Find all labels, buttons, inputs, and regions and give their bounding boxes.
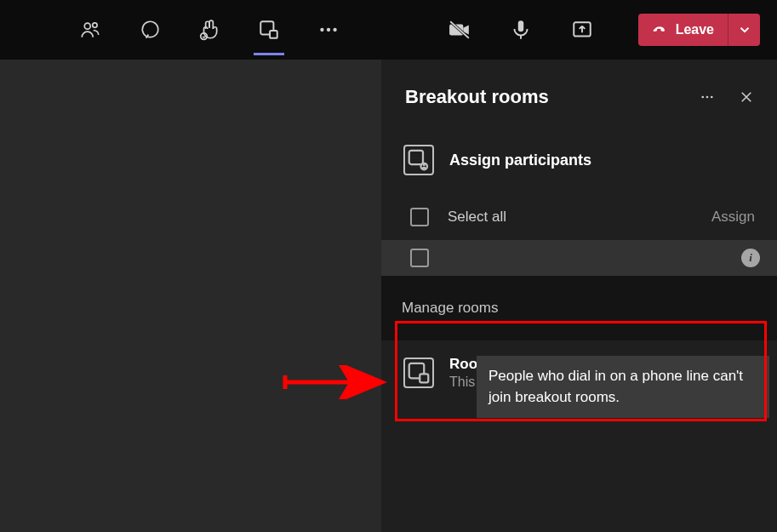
assign-participants-icon	[403, 145, 434, 175]
svg-rect-4	[270, 31, 277, 38]
breakout-panel: Breakout rooms	[381, 60, 777, 532]
select-all-checkbox[interactable]	[410, 208, 429, 226]
toolbar-left	[77, 9, 342, 50]
panel-header: Breakout rooms	[381, 60, 777, 145]
svg-point-13	[701, 96, 704, 99]
participant-row-disabled: i	[381, 240, 777, 276]
svg-point-6	[327, 28, 330, 31]
camera-off-icon[interactable]	[446, 9, 473, 50]
video-stage	[0, 60, 381, 532]
assign-header-label: Assign participants	[449, 152, 591, 169]
select-all-label: Select all	[448, 209, 506, 226]
svg-rect-16	[409, 151, 423, 164]
panel-title: Breakout rooms	[405, 86, 694, 108]
assign-button[interactable]: Assign	[711, 209, 755, 226]
svg-point-14	[706, 96, 709, 99]
svg-point-0	[84, 23, 90, 29]
meeting-toolbar: Leave	[0, 0, 777, 60]
reactions-icon[interactable]	[196, 9, 223, 50]
svg-point-15	[711, 96, 713, 99]
leave-label: Leave	[676, 22, 714, 37]
participant-checkbox[interactable]	[410, 249, 429, 267]
people-icon[interactable]	[77, 9, 104, 50]
assign-header: Assign participants	[381, 145, 777, 201]
toolbar-right: Leave	[446, 9, 760, 50]
svg-point-18	[423, 163, 426, 166]
manage-rooms-label: Manage rooms	[402, 300, 498, 317]
leave-button-group: Leave	[638, 14, 760, 46]
svg-point-5	[320, 28, 323, 31]
close-icon[interactable]	[733, 83, 760, 111]
info-tooltip: People who dial in on a phone line can't…	[477, 356, 769, 418]
svg-point-1	[93, 23, 97, 27]
svg-rect-20	[420, 374, 428, 382]
chat-icon[interactable]	[136, 9, 163, 50]
manage-rooms-row[interactable]: Manage rooms	[381, 276, 777, 340]
panel-more-icon[interactable]	[694, 83, 721, 111]
select-all-row: Select all Assign	[381, 201, 777, 240]
annotation-arrow	[281, 365, 391, 399]
more-icon[interactable]	[315, 9, 342, 50]
svg-rect-10	[517, 20, 523, 31]
leave-dropdown[interactable]	[728, 14, 760, 46]
main: Breakout rooms	[0, 60, 777, 532]
breakout-rooms-icon[interactable]	[255, 9, 283, 50]
svg-point-7	[333, 28, 336, 31]
info-icon[interactable]: i	[741, 249, 760, 267]
leave-button[interactable]: Leave	[638, 14, 728, 46]
mic-icon[interactable]	[507, 9, 534, 50]
share-icon[interactable]	[568, 9, 596, 50]
room-icon	[403, 358, 434, 388]
